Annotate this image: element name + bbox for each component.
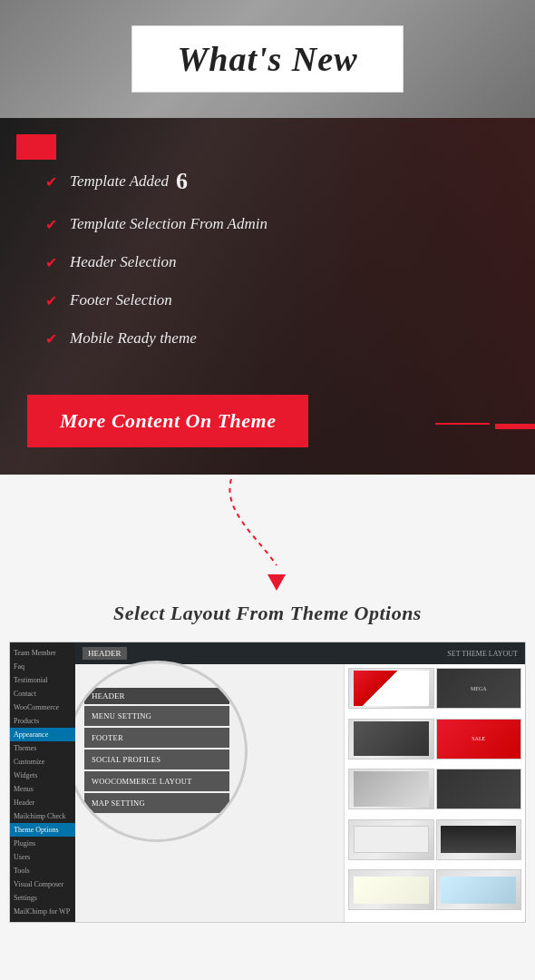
theme-options-header-label: HEADER [84, 688, 229, 704]
sidebar-item[interactable]: Menus [10, 782, 75, 796]
sidebar-item[interactable]: Widgets [10, 769, 75, 782]
sidebar-item[interactable]: Contact [10, 687, 75, 701]
sidebar-item[interactable]: Mailchimp Check [10, 809, 75, 823]
menu-item-map-setting[interactable]: MAP SETTING [84, 793, 229, 813]
sidebar-item[interactable]: Header [10, 796, 75, 809]
whats-new-box: What's New [131, 25, 404, 93]
select-layout-title: Select Layout From Theme Options [0, 602, 535, 625]
theme-previews-panel: MEGA SALE [344, 664, 525, 922]
arrow-icon [204, 475, 331, 593]
sidebar-item[interactable]: Tools [10, 864, 75, 877]
menu-item-social-profiles[interactable]: SOCIAL PROFILES [84, 750, 229, 769]
sidebar-item[interactable]: Users [10, 850, 75, 864]
wp-admin-sidebar: Team Member Faq Testimonial Contact WooC… [10, 642, 75, 922]
screenshot-container: Team Member Faq Testimonial Contact WooC… [9, 642, 526, 923]
sidebar-item[interactable]: Plugins [10, 837, 75, 850]
page-title: What's New [178, 39, 358, 79]
list-item: ✔ Footer Selection [45, 291, 508, 309]
sidebar-item[interactable]: Products [10, 714, 75, 728]
header-label: HEADER [83, 647, 127, 660]
check-icon: ✔ [45, 292, 57, 309]
preview-thumb [348, 769, 434, 809]
preview-thumb [348, 869, 434, 910]
theme-options-menu: MENU SETTING FOOTER SOCIAL PROFILES WOOC… [84, 706, 229, 815]
check-icon: ✔ [45, 173, 57, 191]
list-item: ✔ Template Added 6 [45, 168, 508, 195]
sidebar-item-appearance[interactable]: Appearance [10, 728, 75, 741]
hero-section: What's New [0, 0, 535, 118]
screenshot-section: Team Member Faq Testimonial Contact WooC… [0, 642, 535, 941]
preview-thumb [348, 819, 434, 860]
preview-thumb [436, 819, 522, 860]
check-icon: ✔ [45, 216, 57, 233]
preview-thumb [436, 869, 522, 910]
menu-item-menu-setting[interactable]: MENU SETTING [84, 706, 229, 726]
features-list: ✔ Template Added 6 ✔ Template Selection … [0, 118, 535, 395]
sidebar-item[interactable]: Themes [10, 741, 75, 755]
sidebar-item[interactable]: Testimonial [10, 673, 75, 687]
wp-main-content: HEADER SET THEME LAYOUT HEADER MENU SETT… [75, 642, 525, 922]
sidebar-item[interactable]: Visual Composer [10, 877, 75, 891]
svg-marker-0 [268, 574, 286, 591]
sidebar-item[interactable]: WooCommerce [10, 701, 75, 714]
features-section: ✔ Template Added 6 ✔ Template Selection … [0, 118, 535, 475]
preview-thumb [436, 769, 522, 809]
sidebar-item[interactable]: MailChimp for WP [10, 905, 75, 918]
magnifier-circle: HEADER MENU SETTING FOOTER SOCIAL PROFIL… [75, 661, 248, 842]
select-layout-section: Select Layout From Theme Options [0, 593, 535, 642]
cta-button[interactable]: More Content On Theme [27, 395, 308, 447]
menu-item-woocommerce-layout[interactable]: WOOCOMMERCE LAYOUT [84, 771, 229, 791]
sidebar-item[interactable]: Settings [10, 891, 75, 905]
list-item: ✔ Template Selection From Admin [45, 215, 508, 233]
sidebar-item[interactable]: Team Member [10, 646, 75, 660]
sidebar-item[interactable]: Customize [10, 755, 75, 769]
preview-thumb: MEGA [436, 668, 522, 709]
sidebar-item[interactable]: Faq [10, 660, 75, 673]
preview-thumb: SALE [436, 719, 522, 760]
arrow-section [0, 475, 535, 593]
list-item: ✔ Mobile Ready theme [45, 329, 508, 348]
check-icon: ✔ [45, 254, 57, 271]
menu-item-footer[interactable]: FOOTER [84, 728, 229, 748]
list-item: ✔ Header Selection [45, 253, 508, 271]
preview-thumb [348, 668, 434, 709]
feature-number: 6 [176, 168, 188, 195]
check-icon: ✔ [45, 330, 57, 348]
set-theme-label: SET THEME LAYOUT [447, 650, 518, 658]
sidebar-item[interactable]: LayerSlider WP [10, 918, 75, 923]
sidebar-item-theme-options[interactable]: Theme Options [10, 823, 75, 837]
preview-thumb [348, 719, 434, 760]
